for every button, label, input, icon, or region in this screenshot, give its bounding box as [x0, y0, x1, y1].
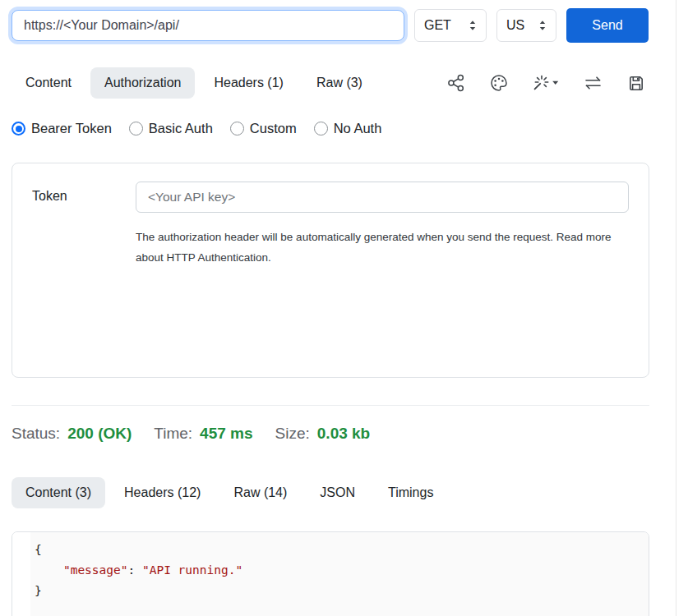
- status-value: 200 (OK): [67, 425, 132, 443]
- share-icon: [446, 73, 466, 93]
- auth-option-bearer-token[interactable]: Bearer Token: [12, 121, 112, 136]
- auth-option-label: Basic Auth: [149, 121, 213, 136]
- code-gutter: [12, 532, 30, 616]
- response-tabs: Content (3) Headers (12) Raw (14) JSON T…: [12, 477, 649, 508]
- auth-option-basic-auth[interactable]: Basic Auth: [129, 121, 213, 136]
- json-punct: :: [128, 563, 142, 577]
- chevron-updown-icon: [469, 20, 477, 31]
- content-edge-border: [676, 0, 676, 616]
- request-tabs: Content Authorization Headers (1) Raw (3…: [12, 67, 376, 99]
- tab-response-headers[interactable]: Headers (12): [110, 477, 215, 508]
- caret-down-icon: [552, 81, 558, 85]
- auth-option-no-auth[interactable]: No Auth: [314, 121, 382, 136]
- chevron-updown-icon: [538, 20, 547, 31]
- tab-content[interactable]: Content: [12, 67, 85, 99]
- region-select-value: US: [506, 18, 524, 33]
- token-input[interactable]: [136, 182, 629, 213]
- json-value: "API running.": [142, 563, 242, 577]
- code-area: { "message": "API running." }: [30, 532, 649, 616]
- radio-checked-icon: [12, 122, 25, 136]
- json-punct: {: [35, 543, 42, 556]
- time-value: 457 ms: [200, 425, 252, 443]
- auth-option-label: No Auth: [334, 121, 382, 136]
- section-divider: [12, 405, 649, 406]
- json-punct: }: [35, 584, 42, 597]
- radio-unchecked-icon: [314, 122, 328, 136]
- auth-option-label: Custom: [250, 121, 297, 136]
- method-select[interactable]: GET: [414, 9, 487, 42]
- api-client-page: GET US Send Content Authorization Header…: [12, 0, 649, 616]
- swap-arrows-icon: [583, 73, 603, 93]
- response-status: Status: 200 (OK) Time: 457 ms Size: 0.03…: [12, 425, 649, 443]
- token-panel: Token The authorization header will be a…: [12, 163, 649, 378]
- generate-code-button[interactable]: [532, 73, 560, 93]
- convert-button[interactable]: [583, 73, 603, 93]
- response-body-viewer[interactable]: { "message": "API running." }: [12, 531, 649, 616]
- auth-option-label: Bearer Token: [31, 121, 112, 136]
- token-help-text: The authorization header will be automat…: [136, 227, 617, 268]
- request-tabs-row: Content Authorization Headers (1) Raw (3…: [12, 67, 649, 99]
- tab-response-content[interactable]: Content (3): [12, 477, 105, 508]
- toolbar: [446, 73, 649, 93]
- region-select[interactable]: US: [496, 9, 556, 42]
- auth-option-custom[interactable]: Custom: [230, 121, 297, 136]
- json-key: "message": [63, 563, 128, 577]
- magic-wand-icon: [532, 73, 560, 93]
- size-value: 0.03 kb: [317, 425, 370, 443]
- json-response-text: { "message": "API running." }: [35, 540, 640, 601]
- status-label: Status:: [12, 425, 60, 443]
- time-label: Time:: [154, 425, 192, 443]
- url-input[interactable]: [12, 10, 404, 41]
- tab-headers[interactable]: Headers (1): [200, 67, 297, 99]
- tab-authorization[interactable]: Authorization: [90, 67, 195, 99]
- tab-response-raw[interactable]: Raw (14): [219, 477, 301, 508]
- save-icon: [626, 73, 646, 93]
- share-button[interactable]: [446, 73, 466, 93]
- tab-response-json[interactable]: JSON: [306, 477, 369, 508]
- send-button[interactable]: Send: [566, 8, 649, 43]
- token-label: Token: [32, 182, 136, 359]
- request-bar: GET US Send: [12, 8, 649, 43]
- tab-response-timings[interactable]: Timings: [374, 477, 447, 508]
- radio-unchecked-icon: [230, 122, 244, 136]
- method-select-value: GET: [424, 18, 451, 33]
- save-button[interactable]: [626, 73, 646, 93]
- size-label: Size:: [275, 425, 310, 443]
- auth-type-options: Bearer Token Basic Auth Custom No Auth: [12, 121, 649, 136]
- json-indent: [35, 563, 63, 577]
- palette-icon: [489, 73, 509, 93]
- radio-unchecked-icon: [129, 122, 143, 136]
- theme-button[interactable]: [489, 73, 509, 93]
- tab-raw[interactable]: Raw (3): [302, 67, 376, 99]
